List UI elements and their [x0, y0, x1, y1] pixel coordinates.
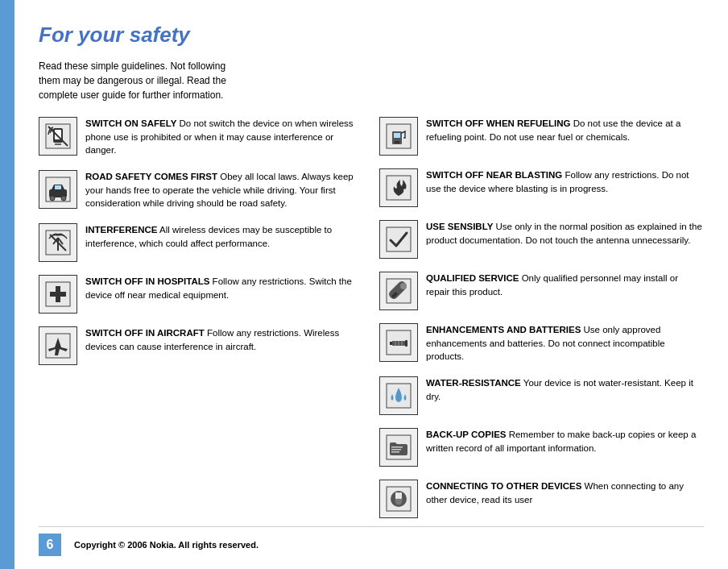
aircraft-text: SWITCH OFF IN AIRCRAFT Follow any restri…: [85, 326, 363, 353]
switch-on-icon: [39, 117, 77, 156]
svg-rect-30: [390, 342, 392, 345]
list-item: QUALIFIED SERVICE Only qualified personn…: [379, 272, 704, 310]
intro-text: Read these simple guidelines. Not follow…: [39, 59, 248, 102]
svg-point-8: [61, 196, 66, 201]
page: For your safety Read these simple guidel…: [0, 0, 728, 569]
interference-icon: [39, 223, 77, 262]
svg-point-7: [50, 196, 55, 201]
switch-on-text: SWITCH ON SAFELY Do not switch the devic…: [85, 117, 363, 157]
batteries-icon: [379, 323, 418, 362]
svg-rect-31: [405, 340, 407, 347]
qualified-service-icon: [379, 272, 418, 310]
list-item: ROAD SAFETY COMES FIRST Obey all local l…: [39, 170, 363, 210]
connecting-icon: [379, 480, 418, 518]
connecting-heading: CONNECTING TO OTHER DEVICES: [426, 481, 581, 491]
hospitals-text: SWITCH OFF IN HOSPITALS Follow any restr…: [85, 275, 363, 301]
svg-rect-21: [394, 133, 400, 138]
interference-text: INTERFERENCE All wireless devices may be…: [85, 223, 363, 250]
water-heading: WATER-RESISTANCE: [426, 378, 521, 388]
list-item: SWITCH OFF IN AIRCRAFT Follow any restri…: [39, 326, 363, 365]
connecting-text: CONNECTING TO OTHER DEVICES When connect…: [426, 480, 704, 506]
hospitals-icon: [39, 275, 77, 314]
left-bar: [0, 0, 14, 569]
aircraft-icon: [39, 326, 77, 365]
blasting-icon: [379, 168, 418, 207]
backup-icon: [379, 428, 418, 467]
right-column: SWITCH OFF WHEN REFUELING Do not use the…: [379, 117, 704, 531]
list-item: WATER-RESISTANCE Your device is not wate…: [379, 376, 704, 415]
batteries-text: ENHANCEMENTS AND BATTERIES Use only appr…: [426, 323, 704, 363]
blasting-heading: SWITCH OFF NEAR BLASTING: [426, 170, 562, 180]
refueling-heading: SWITCH OFF WHEN REFUELING: [426, 118, 571, 128]
list-item: CONNECTING TO OTHER DEVICES When connect…: [379, 480, 704, 518]
list-item: USE SENSIBLY Use only in the normal posi…: [379, 220, 704, 259]
svg-rect-37: [391, 446, 403, 448]
road-safety-icon: [39, 170, 77, 209]
copyright: Copyright © 2006 Nokia. All rights reser…: [74, 540, 259, 550]
svg-rect-38: [391, 449, 401, 451]
list-item: INTERFERENCE All wireless devices may be…: [39, 223, 363, 262]
list-item: BACK-UP COPIES Remember to make back-up …: [379, 428, 704, 467]
backup-text: BACK-UP COPIES Remember to make back-up …: [426, 428, 704, 455]
svg-rect-17: [50, 292, 66, 297]
left-column: SWITCH ON SAFELY Do not switch the devic…: [39, 117, 363, 531]
svg-point-27: [400, 283, 407, 289]
list-item: ENHANCEMENTS AND BATTERIES Use only appr…: [379, 323, 704, 363]
svg-rect-9: [55, 185, 61, 189]
sensibly-text: USE SENSIBLY Use only in the normal posi…: [426, 220, 704, 247]
aircraft-heading: SWITCH OFF IN AIRCRAFT: [85, 328, 205, 338]
road-safety-heading: ROAD SAFETY COMES FIRST: [85, 172, 217, 181]
qualified-service-heading: QUALIFIED SERVICE: [426, 273, 519, 283]
blasting-text: SWITCH OFF NEAR BLASTING Follow any rest…: [426, 168, 704, 195]
page-title: For your safety: [39, 23, 704, 48]
footer: 6 Copyright © 2006 Nokia. All rights res…: [39, 526, 704, 556]
columns: SWITCH ON SAFELY Do not switch the devic…: [39, 117, 704, 531]
sensibly-heading: USE SENSIBLY: [426, 222, 493, 231]
refueling-text: SWITCH OFF WHEN REFUELING Do not use the…: [426, 117, 704, 143]
list-item: SWITCH OFF IN HOSPITALS Follow any restr…: [39, 275, 363, 314]
sensibly-icon: [379, 220, 418, 259]
water-text: WATER-RESISTANCE Your device is not wate…: [426, 376, 704, 403]
switch-on-heading: SWITCH ON SAFELY: [85, 118, 176, 128]
page-number: 6: [39, 534, 61, 556]
list-item: SWITCH ON SAFELY Do not switch the devic…: [39, 117, 363, 157]
svg-rect-42: [395, 492, 399, 499]
backup-heading: BACK-UP COPIES: [426, 430, 506, 439]
refueling-icon: [379, 117, 418, 156]
svg-rect-39: [391, 451, 399, 453]
list-item: SWITCH OFF WHEN REFUELING Do not use the…: [379, 117, 704, 156]
interference-heading: INTERFERENCE: [85, 225, 157, 235]
road-safety-text: ROAD SAFETY COMES FIRST Obey all local l…: [85, 170, 363, 210]
svg-rect-22: [395, 141, 399, 143]
hospitals-heading: SWITCH OFF IN HOSPITALS: [85, 276, 209, 286]
list-item: SWITCH OFF NEAR BLASTING Follow any rest…: [379, 168, 704, 207]
svg-rect-43: [399, 492, 402, 499]
content: For your safety Read these simple guidel…: [14, 0, 728, 569]
water-icon: [379, 376, 418, 415]
qualified-service-text: QUALIFIED SERVICE Only qualified personn…: [426, 272, 704, 298]
batteries-heading: ENHANCEMENTS AND BATTERIES: [426, 325, 581, 334]
